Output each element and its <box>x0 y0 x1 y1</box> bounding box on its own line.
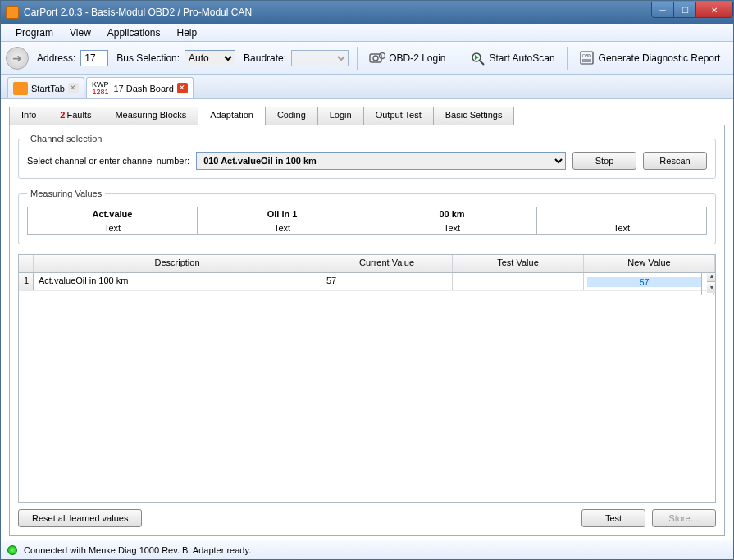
close-button[interactable]: ✕ <box>695 2 733 18</box>
generate-report-button[interactable]: OBD Generate Diagnostic Report <box>576 49 724 67</box>
menu-applications[interactable]: Applications <box>99 25 169 40</box>
new-value-spinner[interactable]: ▲ ▼ <box>701 273 714 295</box>
svg-point-1 <box>373 56 378 61</box>
toolbar-separator <box>357 47 358 70</box>
new-value-input[interactable]: 57 <box>587 277 701 287</box>
tab-basic-settings[interactable]: Basic Settings <box>433 107 515 125</box>
menu-help[interactable]: Help <box>169 25 206 40</box>
mv-col3-header: 00 km <box>367 207 537 221</box>
channel-legend: Channel selection <box>27 134 105 143</box>
tab-faults[interactable]: 2Faults <box>48 107 103 125</box>
table-row[interactable]: 1 Act.valueOil in 100 km 57 57 ▲ ▼ <box>19 273 715 291</box>
test-button[interactable]: Test <box>581 509 645 527</box>
grid-body[interactable]: 1 Act.valueOil in 100 km 57 57 ▲ ▼ <box>19 273 715 502</box>
measuring-legend: Measuring Values <box>27 189 105 198</box>
row-number: 1 <box>19 273 34 290</box>
mv-col1-header: Act.value <box>28 207 198 221</box>
menu-bar: Program View Applications Help <box>1 24 733 42</box>
adaptation-panel: Channel selection Select channel or ente… <box>9 125 725 536</box>
kwp-badge: KWP 1281 <box>92 81 109 96</box>
connection-status-icon <box>7 545 17 555</box>
menu-view[interactable]: View <box>62 25 99 40</box>
measuring-values-table: Act.value Oil in 1 00 km Text Text Text … <box>27 207 707 235</box>
reset-learned-button[interactable]: Reset all learned values <box>18 509 142 527</box>
measuring-values-group: Measuring Values Act.value Oil in 1 00 k… <box>18 189 716 244</box>
address-label: Address: <box>37 52 75 64</box>
tab-label: 17 Dash Board <box>113 84 173 93</box>
baudrate-label: Baudrate: <box>244 52 286 64</box>
row-current-value: 57 <box>321 273 453 290</box>
app-window: CarPort 2.0.3 - Basis-Modul OBD2 / Pro-M… <box>0 0 734 560</box>
toolbar-separator <box>458 47 458 70</box>
content-area: Info 2Faults Measuring Blocks Adaptation… <box>1 99 733 540</box>
grid-header-rownum <box>19 255 34 272</box>
tab-login[interactable]: Login <box>317 107 364 125</box>
status-bar: Connected with Menke Diag 1000 Rev. B. A… <box>1 540 733 559</box>
grid-header-test-value[interactable]: Test Value <box>453 255 584 272</box>
tab-coding[interactable]: Coding <box>265 107 318 125</box>
grid-header: Description Current Value Test Value New… <box>19 255 715 273</box>
magnifier-play-icon <box>470 51 486 66</box>
row-test-value <box>453 273 584 290</box>
start-autoscan-label: Start AutoScan <box>490 52 555 64</box>
menu-program[interactable]: Program <box>7 25 62 40</box>
nav-forward-button[interactable]: ➜ <box>6 47 29 70</box>
toolbar: ➜ Address: Bus Selection: Auto Baudrate:… <box>1 42 733 75</box>
spinner-up-icon[interactable]: ▲ <box>707 273 715 282</box>
mv-col3-value: Text <box>367 221 537 235</box>
window-title: CarPort 2.0.3 - Basis-Modul OBD2 / Pro-M… <box>24 7 652 18</box>
tab-close-icon[interactable]: ✕ <box>177 83 188 93</box>
document-tabs: StartTab ✕ KWP 1281 17 Dash Board ✕ <box>1 75 733 99</box>
camera-icon <box>369 51 385 66</box>
row-description: Act.valueOil in 100 km <box>34 273 321 290</box>
mv-col2-value: Text <box>198 221 367 235</box>
channel-selection-group: Channel selection Select channel or ente… <box>18 134 716 179</box>
svg-text:OBD: OBD <box>582 53 591 58</box>
mv-col4-header <box>537 207 707 221</box>
tab-output-test[interactable]: Output Test <box>363 107 434 125</box>
bus-label: Bus Selection: <box>116 52 180 64</box>
maximize-button[interactable]: ☐ <box>673 2 696 18</box>
channel-label: Select channel or enter channel number: <box>27 156 189 166</box>
tab-measuring-blocks[interactable]: Measuring Blocks <box>103 107 198 125</box>
grid-header-description[interactable]: Description <box>34 255 321 272</box>
app-icon <box>6 6 19 19</box>
tab-info[interactable]: Info <box>9 107 48 125</box>
title-bar[interactable]: CarPort 2.0.3 - Basis-Modul OBD2 / Pro-M… <box>1 1 733 24</box>
bus-selection-select[interactable]: Auto <box>185 50 235 66</box>
row-new-value-cell[interactable]: 57 ▲ ▼ <box>584 273 715 290</box>
svg-line-4 <box>480 61 484 65</box>
rescan-button[interactable]: Rescan <box>643 152 707 170</box>
tab-close-icon[interactable]: ✕ <box>68 83 79 93</box>
car-icon <box>13 82 28 95</box>
obd2-login-label: OBD-2 Login <box>389 52 445 64</box>
status-text: Connected with Menke Diag 1000 Rev. B. A… <box>24 545 251 555</box>
generate-report-label: Generate Diagnostic Report <box>599 52 721 64</box>
store-button[interactable]: Store… <box>652 509 716 527</box>
toolbar-separator <box>567 47 568 70</box>
grid-header-current-value[interactable]: Current Value <box>321 255 453 272</box>
stop-button[interactable]: Stop <box>572 152 636 170</box>
address-input[interactable] <box>80 50 108 66</box>
channel-select[interactable]: 010 Act.valueOil in 100 km <box>196 152 566 170</box>
adaptation-grid: Description Current Value Test Value New… <box>18 254 716 503</box>
tab-adaptation[interactable]: Adaptation <box>198 107 266 125</box>
panel-footer: Reset all learned values Test Store… <box>18 509 716 527</box>
spinner-down-icon[interactable]: ▼ <box>707 282 715 293</box>
start-autoscan-button[interactable]: Start AutoScan <box>467 49 558 67</box>
tab-starttab[interactable]: StartTab ✕ <box>7 77 84 98</box>
baudrate-select[interactable] <box>291 50 349 66</box>
mv-col2-header: Oil in 1 <box>198 207 367 221</box>
tab-dashboard[interactable]: KWP 1281 17 Dash Board ✕ <box>86 77 194 98</box>
tab-label: StartTab <box>31 84 65 93</box>
sub-tabs: Info 2Faults Measuring Blocks Adaptation… <box>9 106 725 125</box>
svg-marker-5 <box>475 55 479 60</box>
obd2-login-button[interactable]: OBD-2 Login <box>366 49 449 67</box>
grid-header-new-value[interactable]: New Value <box>584 255 715 272</box>
mv-col4-value: Text <box>537 221 707 235</box>
svg-point-2 <box>380 52 385 58</box>
minimize-button[interactable]: ─ <box>651 2 674 18</box>
mv-col1-value: Text <box>28 221 198 235</box>
report-icon: OBD <box>579 51 595 66</box>
